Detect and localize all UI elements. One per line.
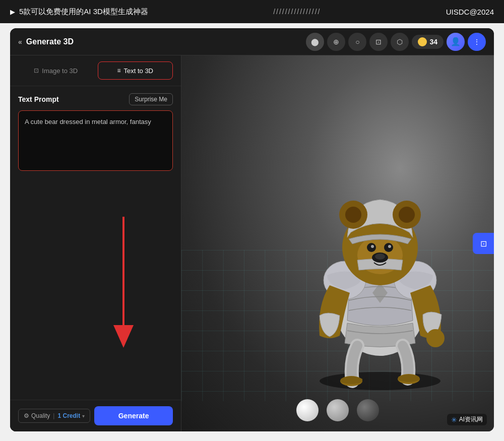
- sphere-icon: ⬤: [311, 38, 319, 46]
- bottom-bar: ⚙ Quality | 1 Credit ▾ Generate: [10, 400, 181, 431]
- material-sphere-white[interactable]: [296, 399, 319, 421]
- bear-model: [274, 139, 486, 391]
- banner-left: ▶ 5款可以免费使用的AI 3D模型生成神器: [10, 7, 148, 17]
- quality-label: Quality: [31, 412, 50, 419]
- sidebar-panel: ⊡ Image to 3D ≡ Text to 3D Text Prompt S…: [10, 55, 181, 431]
- surprise-me-button[interactable]: Surprise Me: [129, 93, 173, 105]
- mode-icon-btn-1[interactable]: ⬤: [306, 33, 324, 51]
- material-sphere-gray[interactable]: [327, 399, 349, 421]
- prompt-textarea[interactable]: [18, 110, 173, 171]
- back-icon: «: [18, 38, 22, 46]
- coin-count: 34: [429, 38, 437, 46]
- tab-image-to-3d[interactable]: ⊡ Image to 3D: [18, 61, 94, 80]
- mode-icon-btn-4[interactable]: ⊡: [369, 33, 388, 51]
- svg-point-17: [399, 207, 415, 223]
- cloud-icon: ⬡: [397, 38, 403, 46]
- svg-point-16: [345, 207, 361, 223]
- share-button[interactable]: ⋮: [468, 33, 486, 51]
- app-header: « Generate 3D ⬤ ⊕ ○ ⊡ ⬡ 34: [10, 28, 494, 55]
- viewport: ✳ AI资讯网 ⊡: [181, 55, 494, 431]
- image-tab-icon: ⊡: [34, 67, 39, 74]
- watermark-icon: ✳: [451, 416, 457, 424]
- app-title: Generate 3D: [26, 37, 74, 46]
- image-icon: ⊡: [375, 38, 382, 46]
- tab-switcher: ⊡ Image to 3D ≡ Text to 3D: [10, 55, 181, 86]
- mode-icon-btn-3[interactable]: ○: [348, 33, 366, 51]
- top-banner: ▶ 5款可以免费使用的AI 3D模型生成神器 //////////////// …: [0, 0, 504, 23]
- mode-icon-btn-2[interactable]: ⊕: [327, 33, 345, 51]
- share-icon: ⋮: [473, 38, 480, 46]
- back-button[interactable]: « Generate 3D: [18, 37, 74, 46]
- svg-point-3: [320, 372, 440, 390]
- prompt-section: Text Prompt Surprise Me: [10, 86, 181, 400]
- currency-icon: ⊕: [333, 38, 339, 46]
- user-avatar[interactable]: 👤: [447, 33, 465, 51]
- play-icon: ▶: [10, 8, 15, 16]
- quality-button[interactable]: ⚙ Quality | 1 Credit ▾: [18, 409, 90, 423]
- text-tab-icon: ≡: [117, 67, 120, 74]
- svg-point-20: [371, 245, 374, 248]
- settings-icon: ⚙: [24, 412, 29, 419]
- svg-point-8: [426, 329, 445, 347]
- banner-title: 5款可以免费使用的AI 3D模型生成神器: [19, 7, 148, 17]
- material-sphere-dark[interactable]: [357, 399, 379, 421]
- material-spheres: [296, 399, 379, 421]
- header-icons: ⬤ ⊕ ○ ⊡ ⬡ 34 👤 ⋮: [306, 33, 486, 51]
- right-float-button[interactable]: ⊡: [473, 233, 494, 254]
- coin-icon: [418, 37, 427, 46]
- app-content: ⊡ Image to 3D ≡ Text to 3D Text Prompt S…: [10, 55, 494, 431]
- tab-image-label: Image to 3D: [42, 67, 78, 75]
- tab-text-label: Text to 3D: [123, 67, 153, 75]
- tab-text-to-3d[interactable]: ≡ Text to 3D: [98, 61, 173, 80]
- main-container: « Generate 3D ⬤ ⊕ ○ ⊡ ⬡ 34: [10, 28, 494, 431]
- prompt-header: Text Prompt Surprise Me: [18, 93, 173, 105]
- watermark-text: AI资讯网: [459, 415, 483, 424]
- circle-icon: ○: [355, 38, 359, 46]
- mode-icon-btn-5[interactable]: ⬡: [391, 33, 409, 51]
- chevron-down-icon: ▾: [82, 413, 85, 419]
- svg-point-21: [388, 245, 391, 248]
- svg-point-23: [375, 254, 385, 260]
- coin-display[interactable]: 34: [412, 35, 444, 49]
- watermark: ✳ AI资讯网: [447, 414, 487, 425]
- banner-brand: UISDC@2024: [446, 8, 494, 16]
- credit-label: 1 Credit: [57, 412, 80, 419]
- banner-slashes: ////////////////: [273, 8, 321, 16]
- avatar-icon: 👤: [451, 37, 461, 46]
- prompt-label: Text Prompt: [18, 95, 59, 103]
- float-btn-icon: ⊡: [480, 239, 487, 248]
- quality-divider: |: [53, 412, 54, 419]
- generate-button[interactable]: Generate: [94, 406, 173, 425]
